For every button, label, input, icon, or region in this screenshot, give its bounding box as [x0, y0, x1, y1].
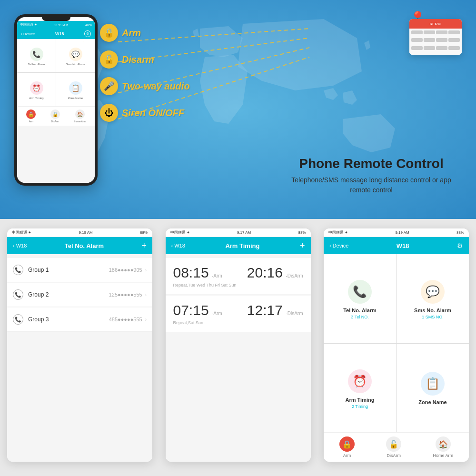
group1-value: 186●●●●●905: [109, 267, 142, 273]
menu-cell-tel[interactable]: 📞 Tel No. Alarm 3 Tel NO.: [324, 254, 396, 343]
menu-cell-sms[interactable]: 💬 Sms No. Alarm 1 SMS NO.: [397, 254, 469, 343]
screen3-back[interactable]: ‹ Device: [329, 243, 348, 248]
timing-block-1[interactable]: 08:15 -Arm 20:16 -DisArm Repeat,Tue Wed …: [166, 258, 311, 294]
alarm-key: [448, 30, 460, 34]
menu-zone-title: Zone Name: [418, 399, 446, 405]
timing2-disarm-time: 12:17: [247, 302, 283, 318]
phone-app-header: ‹ Device W18 ⚙: [17, 29, 95, 39]
screen3-bottom-nav: 🔒 Arm 🔓 DisArm 🏠 Home Arm: [324, 432, 469, 462]
screen3-back-chevron: ‹: [329, 243, 331, 248]
screen2-title: Arm Timing: [225, 242, 259, 249]
phone-gear-icon: ⚙: [84, 30, 91, 37]
timing1-arm-suffix: -Arm: [212, 273, 222, 278]
screen3-status-right: 88%: [456, 230, 464, 235]
phone-bottom-nav: 🔒 Arm 🔓 DisArm 🏠 Home Arm: [17, 106, 95, 126]
feature-audio: 🎤 Two-way audio: [100, 77, 190, 95]
phone-timing-icon: ⏰: [30, 81, 43, 95]
screen2-battery: 88%: [298, 230, 306, 235]
group1-item[interactable]: 📞 Group 1 186●●●●●905 ›: [7, 258, 152, 282]
phone-notch: [42, 17, 70, 21]
group1-chevron: ›: [145, 268, 147, 273]
timing-block-2[interactable]: 07:15 -Arm 12:17 -DisArm Repeat,Sat Sun: [166, 296, 311, 332]
timing2-disarm-suffix: -DisArm: [286, 311, 303, 316]
screen2-back-text: W18: [174, 243, 185, 248]
menu-cell-zone[interactable]: 📋 Zone Name: [397, 344, 469, 433]
screen2-carrier: 中国联通 ✦: [170, 230, 190, 235]
group3-item[interactable]: 📞 Group 3 485●●●●●555 ›: [7, 307, 152, 332]
phone-cell-sms: 💬 Sms No. Alarm: [56, 39, 95, 72]
group2-item[interactable]: 📞 Group 2 125●●●●●555 ›: [7, 283, 152, 307]
screen3-gear-icon[interactable]: ⚙: [457, 242, 463, 249]
disarm-icon: 🔓: [100, 50, 118, 69]
phone-nav-disarm: 🔓 DisArm: [50, 109, 60, 123]
screen1-back-text: W18: [16, 243, 27, 248]
phone-nav-arm: 🔒 Arm: [26, 109, 36, 123]
screen2-time: 9:17 AM: [237, 230, 251, 235]
screen2-header: ‹ W18 Arm Timing +: [166, 237, 311, 254]
feature-siren: ⏻ Siren ON/OFF: [100, 104, 190, 122]
timing-row-1: 08:15 -Arm 20:16 -DisArm: [173, 265, 303, 281]
group3-label: Group 3: [28, 316, 109, 323]
phone-tel-label: Tel No. Alarm: [28, 63, 45, 66]
timing1-arm-time: 08:15: [173, 265, 209, 280]
nav-homearm-btn[interactable]: 🏠 Home Arm: [433, 436, 453, 458]
arm-timing-screen: 中国联通 ✦ 9:17 AM 88% ‹ W18 Arm Timing + 08…: [166, 228, 311, 462]
screen2-back[interactable]: ‹ W18: [171, 243, 185, 248]
menu-sms-icon: 💬: [421, 280, 445, 304]
screen1-add-button[interactable]: +: [141, 241, 147, 251]
phone-back: ‹ Device: [21, 32, 35, 36]
alarm-device-body: [409, 29, 462, 55]
alarm-key: [424, 46, 435, 50]
bottom-section: 中国联通 ✦ 9:19 AM 88% ‹ W18 Tel No. Alarm +…: [0, 219, 476, 476]
timing1-repeat: Repeat,Tue Wed Thu Fri Sat Sun: [173, 283, 303, 288]
alarm-key: [411, 30, 423, 34]
nav-homearm-label: Home Arm: [433, 453, 453, 458]
alarm-key: [436, 30, 447, 34]
screen1-status-bar: 中国联通 ✦ 9:19 AM 88%: [7, 228, 152, 237]
group2-label: Group 2: [28, 291, 109, 298]
nav-disarm-label: DisArm: [387, 453, 401, 458]
arm-icon: 🔒: [100, 24, 118, 42]
screen1-battery: 88%: [140, 230, 148, 235]
nav-disarm-btn[interactable]: 🔓 DisArm: [386, 436, 401, 458]
screen2-add-button[interactable]: +: [300, 241, 305, 251]
screen1-title: Tel No. Alarm: [65, 242, 104, 249]
top-text-block: Phone Remote Control Telephone/SMS messa…: [281, 156, 462, 195]
nav-homearm-icon: 🏠: [436, 436, 451, 452]
timing2-arm-suffix: -Arm: [212, 311, 222, 316]
phone-zone-icon: 📋: [69, 81, 82, 95]
menu-sms-sub: 1 SMS NO.: [422, 315, 444, 319]
phone-timing-label: Arm Timing: [29, 97, 43, 99]
alarm-key: [424, 30, 435, 34]
alarm-key: [424, 38, 435, 42]
screen3-header: ‹ Device W18 ⚙: [324, 237, 469, 254]
screen1-content: 📞 Group 1 186●●●●●905 › 📞 Group 2 125●●●…: [7, 254, 152, 462]
timing1-disarm-time: 20:16: [247, 265, 283, 280]
nav-arm-icon: 🔒: [339, 436, 355, 452]
group3-value: 485●●●●●555: [109, 317, 142, 322]
arm-label: Arm: [122, 28, 141, 39]
top-subtitle: Telephone/SMS message long distance cont…: [281, 175, 462, 195]
alarm-brand: KERUI: [430, 22, 442, 26]
main-menu-screen: 中国联通 ✦ 9:19 AM 88% ‹ Device W18 ⚙ 📞 Tel …: [324, 228, 469, 462]
group1-label: Group 1: [28, 267, 109, 273]
alarm-key: [448, 46, 460, 50]
menu-timing-sub: 2 Timing: [352, 404, 368, 409]
menu-cell-timing[interactable]: ⏰ Arm Timing 2 Timing: [324, 344, 396, 433]
phone-screen: 中国联通 ✦ 11:19 AM 40% ‹ Device W18 ⚙ 📞 Tel…: [17, 21, 95, 183]
screen1-carrier: 中国联通 ✦: [12, 230, 31, 235]
screen1-time: 9:19 AM: [79, 230, 92, 235]
screen1-back[interactable]: ‹ W18: [13, 243, 27, 248]
alarm-key: [448, 38, 460, 42]
screen2-status-left: 中国联通 ✦: [170, 230, 190, 235]
feature-disarm: 🔓 Disarm: [100, 50, 190, 69]
screen3-menu-grid: 📞 Tel No. Alarm 3 Tel NO. 💬 Sms No. Alar…: [324, 254, 469, 432]
group2-chevron: ›: [145, 292, 147, 298]
phone-status-bar: 中国联通 ✦ 11:19 AM 40%: [17, 21, 95, 29]
nav-disarm-icon: 🔓: [386, 436, 401, 452]
screen2-status-bar: 中国联通 ✦ 9:17 AM 88%: [166, 228, 311, 237]
alarm-key: [411, 46, 423, 50]
screen3-status-bar: 中国联通 ✦ 9:19 AM 88%: [324, 228, 469, 237]
feature-labels: 🔒 Arm 🔓 Disarm 🎤 Two-way audio ⏻ Siren O…: [100, 24, 190, 130]
nav-arm-btn[interactable]: 🔒 Arm: [339, 436, 355, 458]
